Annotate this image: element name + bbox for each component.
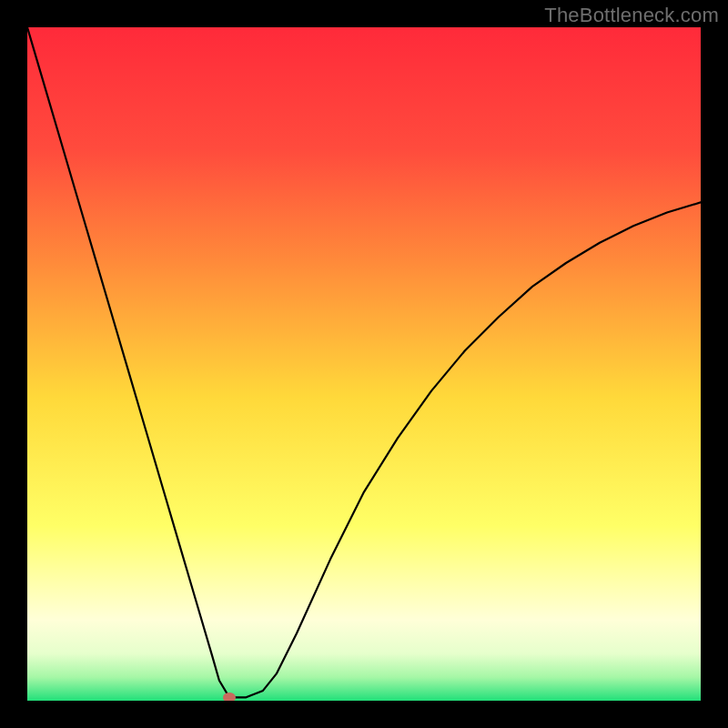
plot-area: [27, 27, 701, 701]
watermark-text: TheBottleneck.com: [544, 4, 719, 27]
bottleneck-curve: [27, 27, 701, 701]
min-point-marker: [223, 693, 236, 701]
chart-frame: TheBottleneck.com: [0, 0, 728, 728]
